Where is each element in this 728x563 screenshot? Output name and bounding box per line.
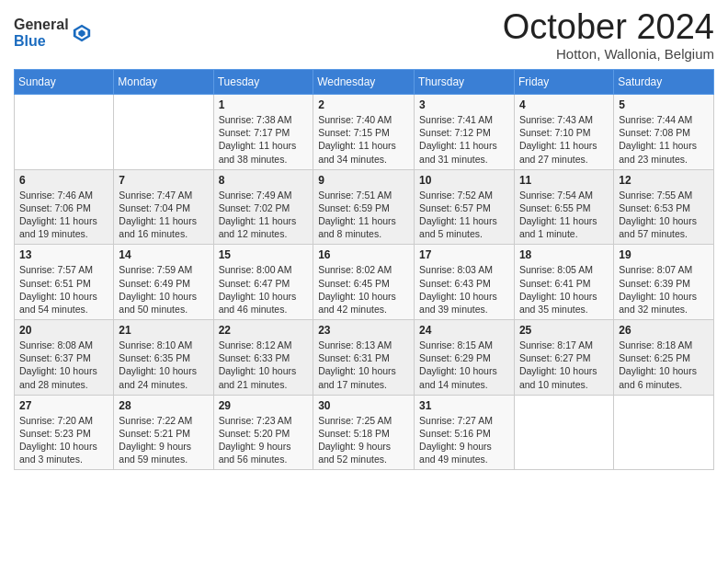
sunset-text: Sunset: 6:41 PM (519, 277, 609, 290)
calendar-cell: 31Sunrise: 7:27 AMSunset: 5:16 PMDayligh… (415, 395, 515, 470)
daylight-text: Daylight: 11 hours and 16 minutes. (119, 214, 208, 240)
sunrise-text: Sunrise: 7:59 AM (119, 263, 208, 276)
col-wednesday: Wednesday (313, 70, 415, 95)
daylight-text: Daylight: 10 hours and 14 minutes. (419, 364, 509, 390)
sunrise-text: Sunrise: 8:05 AM (519, 263, 609, 276)
daylight-text: Daylight: 10 hours and 21 minutes. (219, 364, 309, 390)
calendar-cell: 8Sunrise: 7:49 AMSunset: 7:02 PMDaylight… (213, 169, 313, 245)
sunrise-text: Sunrise: 7:20 AM (19, 414, 108, 427)
day-info: Sunrise: 8:05 AMSunset: 6:41 PMDaylight:… (519, 263, 609, 316)
logo-icon (72, 23, 92, 43)
sunrise-text: Sunrise: 7:55 AM (619, 189, 709, 201)
daylight-text: Daylight: 9 hours and 49 minutes. (419, 440, 509, 465)
day-info: Sunrise: 8:07 AMSunset: 6:39 PMDaylight:… (619, 263, 709, 316)
day-number: 12 (619, 174, 709, 187)
calendar-cell: 9Sunrise: 7:51 AMSunset: 6:59 PMDaylight… (313, 169, 415, 245)
calendar-cell: 5Sunrise: 7:44 AMSunset: 7:08 PMDaylight… (614, 95, 714, 170)
calendar-cell: 6Sunrise: 7:46 AMSunset: 7:06 PMDaylight… (15, 169, 114, 245)
sunset-text: Sunset: 5:23 PM (19, 427, 108, 440)
day-info: Sunrise: 7:22 AMSunset: 5:21 PMDaylight:… (119, 414, 208, 466)
day-info: Sunrise: 7:23 AMSunset: 5:20 PMDaylight:… (219, 414, 309, 466)
daylight-text: Daylight: 11 hours and 34 minutes. (318, 139, 409, 165)
sunset-text: Sunset: 6:49 PM (119, 277, 208, 290)
day-number: 10 (419, 174, 509, 187)
sunset-text: Sunset: 6:51 PM (19, 277, 108, 290)
day-number: 31 (419, 399, 509, 412)
sunrise-text: Sunrise: 8:07 AM (619, 263, 709, 276)
day-number: 20 (19, 324, 108, 337)
daylight-text: Daylight: 10 hours and 28 minutes. (19, 364, 108, 390)
sunset-text: Sunset: 7:06 PM (19, 201, 108, 214)
calendar-cell: 23Sunrise: 8:13 AMSunset: 6:31 PMDayligh… (313, 320, 415, 396)
daylight-text: Daylight: 10 hours and 35 minutes. (519, 290, 609, 316)
day-info: Sunrise: 7:43 AMSunset: 7:10 PMDaylight:… (519, 113, 609, 166)
day-info: Sunrise: 7:57 AMSunset: 6:51 PMDaylight:… (19, 263, 108, 316)
calendar-cell: 20Sunrise: 8:08 AMSunset: 6:37 PMDayligh… (15, 320, 114, 396)
sunrise-text: Sunrise: 8:02 AM (318, 263, 409, 276)
sunrise-text: Sunrise: 8:00 AM (219, 263, 309, 276)
day-number: 9 (318, 174, 409, 187)
sunset-text: Sunset: 6:35 PM (119, 351, 208, 364)
col-saturday: Saturday (614, 70, 714, 95)
day-number: 4 (519, 98, 609, 111)
sunset-text: Sunset: 5:18 PM (318, 427, 409, 440)
day-number: 2 (318, 98, 409, 111)
daylight-text: Daylight: 10 hours and 24 minutes. (119, 364, 208, 390)
calendar-cell (514, 395, 613, 470)
day-number: 5 (619, 98, 709, 111)
daylight-text: Daylight: 10 hours and 10 minutes. (519, 364, 609, 390)
sunset-text: Sunset: 6:37 PM (19, 351, 108, 364)
day-info: Sunrise: 8:00 AMSunset: 6:47 PMDaylight:… (219, 263, 309, 316)
sunrise-text: Sunrise: 7:22 AM (119, 414, 208, 427)
sunrise-text: Sunrise: 7:40 AM (318, 113, 409, 126)
day-info: Sunrise: 7:59 AMSunset: 6:49 PMDaylight:… (119, 263, 208, 316)
day-info: Sunrise: 7:47 AMSunset: 7:04 PMDaylight:… (119, 189, 208, 241)
day-info: Sunrise: 7:20 AMSunset: 5:23 PMDaylight:… (19, 414, 108, 466)
sunrise-text: Sunrise: 7:43 AM (519, 113, 609, 126)
sunset-text: Sunset: 6:43 PM (419, 277, 509, 290)
calendar-cell: 4Sunrise: 7:43 AMSunset: 7:10 PMDaylight… (514, 95, 613, 170)
day-number: 8 (219, 174, 309, 187)
sunset-text: Sunset: 6:55 PM (519, 201, 609, 214)
calendar-cell: 28Sunrise: 7:22 AMSunset: 5:21 PMDayligh… (114, 395, 213, 470)
calendar-cell: 1Sunrise: 7:38 AMSunset: 7:17 PMDaylight… (213, 95, 313, 170)
sunrise-text: Sunrise: 7:25 AM (318, 414, 409, 427)
daylight-text: Daylight: 9 hours and 56 minutes. (219, 440, 309, 465)
daylight-text: Daylight: 11 hours and 19 minutes. (19, 214, 108, 240)
sunset-text: Sunset: 6:57 PM (419, 201, 509, 214)
calendar-table: Sunday Monday Tuesday Wednesday Thursday… (14, 69, 714, 470)
sunset-text: Sunset: 6:45 PM (318, 277, 409, 290)
daylight-text: Daylight: 9 hours and 52 minutes. (318, 440, 409, 465)
sunset-text: Sunset: 7:17 PM (219, 126, 309, 139)
sunrise-text: Sunrise: 7:41 AM (419, 113, 509, 126)
daylight-text: Daylight: 11 hours and 5 minutes. (419, 214, 509, 240)
calendar-cell: 7Sunrise: 7:47 AMSunset: 7:04 PMDaylight… (114, 169, 213, 245)
day-info: Sunrise: 8:02 AMSunset: 6:45 PMDaylight:… (318, 263, 409, 316)
calendar-cell: 17Sunrise: 8:03 AMSunset: 6:43 PMDayligh… (415, 245, 515, 320)
sunrise-text: Sunrise: 7:52 AM (419, 189, 509, 201)
sunrise-text: Sunrise: 7:27 AM (419, 414, 509, 427)
sunrise-text: Sunrise: 8:17 AM (519, 339, 609, 351)
calendar-cell: 25Sunrise: 8:17 AMSunset: 6:27 PMDayligh… (514, 320, 613, 396)
calendar-cell: 2Sunrise: 7:40 AMSunset: 7:15 PMDaylight… (313, 95, 415, 170)
daylight-text: Daylight: 10 hours and 42 minutes. (318, 290, 409, 316)
day-number: 24 (419, 324, 509, 337)
calendar-cell: 24Sunrise: 8:15 AMSunset: 6:29 PMDayligh… (415, 320, 515, 396)
sunrise-text: Sunrise: 8:03 AM (419, 263, 509, 276)
day-info: Sunrise: 8:08 AMSunset: 6:37 PMDaylight:… (19, 339, 108, 391)
calendar-cell: 3Sunrise: 7:41 AMSunset: 7:12 PMDaylight… (415, 95, 515, 170)
daylight-text: Daylight: 10 hours and 3 minutes. (19, 440, 108, 465)
header: General Blue October 2024 Hotton, Wallon… (14, 9, 714, 62)
col-friday: Friday (514, 70, 613, 95)
daylight-text: Daylight: 11 hours and 12 minutes. (219, 214, 309, 240)
day-number: 7 (119, 174, 208, 187)
calendar-cell: 22Sunrise: 8:12 AMSunset: 6:33 PMDayligh… (213, 320, 313, 396)
day-info: Sunrise: 8:15 AMSunset: 6:29 PMDaylight:… (419, 339, 509, 391)
calendar-cell: 18Sunrise: 8:05 AMSunset: 6:41 PMDayligh… (514, 245, 613, 320)
day-number: 19 (619, 248, 709, 261)
sunrise-text: Sunrise: 7:49 AM (219, 189, 309, 201)
day-info: Sunrise: 8:13 AMSunset: 6:31 PMDaylight:… (318, 339, 409, 391)
sunrise-text: Sunrise: 8:08 AM (19, 339, 108, 351)
day-number: 3 (419, 98, 509, 111)
sunrise-text: Sunrise: 8:10 AM (119, 339, 208, 351)
